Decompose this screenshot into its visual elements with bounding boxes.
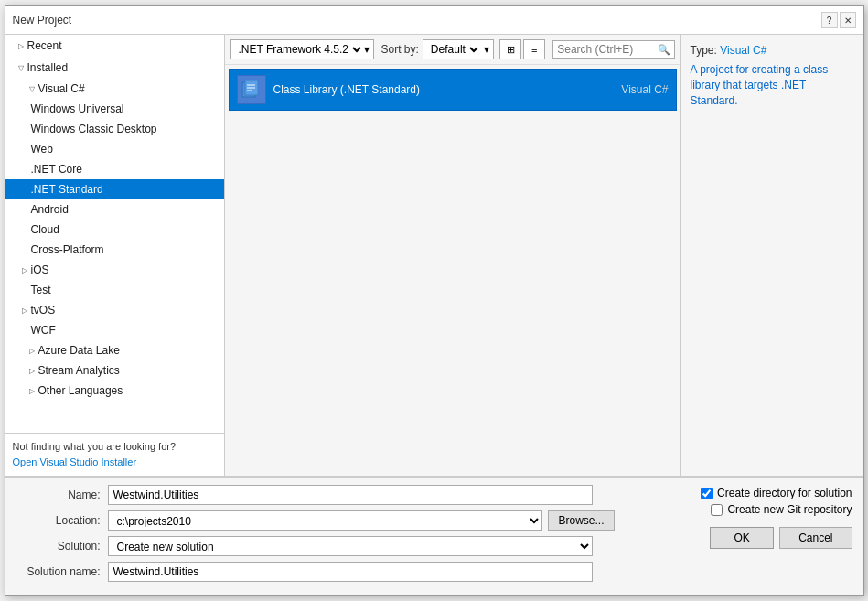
installed-label: Installed [27,61,69,74]
template-language: Visual C# [621,83,668,96]
tree-item-net-core[interactable]: .NET Core [5,159,224,179]
search-icon: 🔍 [658,44,670,56]
type-description: A project for creating a class library t… [691,62,854,108]
help-button[interactable]: ? [821,12,838,28]
tvos-label: tvOS [31,304,56,317]
net-standard-label: .NET Standard [31,183,103,196]
tree-item-cross-platform[interactable]: Cross-Platform [5,240,224,260]
form-left: Name: Location: c:\projects2010 Browse..… [16,485,615,587]
tree-item-visual-csharp[interactable]: ▽ Visual C# [5,79,224,99]
expand-icon-stream: ▷ [27,366,37,375]
ok-button[interactable]: OK [710,527,774,549]
tree-item-ios[interactable]: ▷ iOS [5,260,224,280]
expand-icon-azure: ▷ [27,346,37,355]
name-input[interactable] [108,485,593,505]
expand-icon-android [20,205,29,214]
title-bar-controls: ? ✕ [821,12,856,28]
grid-view-button[interactable]: ⊞ [499,39,521,59]
expand-icon-winuniversal [20,104,29,113]
close-button[interactable]: ✕ [840,12,856,28]
expand-icon-test [20,285,29,295]
expand-icon-netcore [20,165,29,174]
create-git-checkbox[interactable] [711,504,723,516]
toolbar: .NET Framework 4.5.2 ▾ Sort by: Default … [225,35,680,65]
expand-icon-other: ▷ [27,386,37,395]
tree-item-stream-analytics[interactable]: ▷ Stream Analytics [5,360,224,381]
tree-item-android[interactable]: Android [5,199,224,220]
solution-name-input[interactable] [108,562,593,582]
tree-item-web[interactable]: Web [5,139,224,159]
cross-platform-label: Cross-Platform [31,243,104,256]
create-git-label: Create new Git repository [727,503,852,516]
open-installer-link[interactable]: Open Visual Studio Installer [13,456,137,467]
tree-item-test[interactable]: Test [5,280,224,300]
type-label: Type: Visual C# [691,44,854,57]
not-finding-section: Not finding what you are looking for? Op… [5,433,224,476]
tree-item-wcf[interactable]: WCF [5,320,224,340]
tree-item-other-languages[interactable]: ▷ Other Languages [5,381,224,401]
visual-csharp-label: Visual C# [38,82,85,95]
dialog-body: ▷ Recent ▽ Installed ▽ [5,35,863,595]
template-list: Class Library (.NET Standard) Visual C# [225,65,680,476]
expand-icon-ios: ▷ [20,265,29,274]
tree-item-installed[interactable]: ▽ Installed [5,57,224,79]
expand-icon-netstandard [20,185,29,194]
expand-icon-web [20,145,29,154]
expand-icon-tvos: ▷ [20,306,29,315]
cancel-button[interactable]: Cancel [779,527,852,549]
location-select[interactable]: c:\projects2010 [108,510,543,531]
solution-row: Solution: Create new solution [16,536,615,556]
sort-dropdown[interactable]: Default ▾ [423,39,494,59]
tree-item-windows-classic[interactable]: Windows Classic Desktop [5,119,224,139]
form-section: Name: Location: c:\projects2010 Browse..… [16,485,852,587]
top-section: ▷ Recent ▽ Installed ▽ [5,35,863,477]
stream-label: Stream Analytics [38,364,120,377]
form-right: Create directory for solution Create new… [615,485,852,587]
template-icon [237,75,266,104]
tree-item-net-standard[interactable]: .NET Standard [5,179,224,199]
framework-select[interactable]: .NET Framework 4.5.2 [235,42,364,57]
tree-item-tvos[interactable]: ▷ tvOS [5,300,224,320]
right-options: Create directory for solution Create new… [624,485,852,520]
android-label: Android [31,203,69,216]
solution-name-label: Solution name: [16,565,108,578]
create-dir-label: Create directory for solution [717,487,852,499]
list-view-button[interactable]: ≡ [523,39,545,59]
tree-item-windows-universal[interactable]: Windows Universal [5,99,224,119]
tree-item-cloud[interactable]: Cloud [5,220,224,240]
windows-classic-label: Windows Classic Desktop [31,123,157,135]
sort-label: Sort by: [381,43,419,56]
title-bar: New Project ? ✕ [5,6,863,35]
tree-item-azure-data-lake[interactable]: ▷ Azure Data Lake [5,340,224,360]
dialog-title: New Project [13,14,72,27]
expand-icon-crossplatform [20,245,29,254]
solution-name-row: Solution name: [16,562,615,582]
right-panel: Type: Visual C# A project for creating a… [680,35,863,476]
name-label: Name: [16,488,108,501]
ios-label: iOS [31,263,49,276]
create-dir-checkbox[interactable] [701,488,713,499]
view-icons: ⊞ ≡ [499,39,545,59]
tree-scroll[interactable]: ▷ Recent ▽ Installed ▽ [5,35,224,433]
dialog-buttons: OK Cancel [624,527,852,549]
expand-icon-installed: ▽ [16,63,26,72]
browse-button[interactable]: Browse... [548,510,614,531]
solution-select[interactable]: Create new solution [108,536,593,556]
create-dir-row: Create directory for solution [701,487,852,499]
location-label: Location: [16,514,108,527]
recent-label: Recent [27,39,62,52]
framework-dropdown[interactable]: .NET Framework 4.5.2 ▾ [230,39,374,59]
type-value: Visual C# [720,44,766,57]
search-box[interactable]: 🔍 [552,40,674,59]
tree-item-recent[interactable]: ▷ Recent [5,35,224,57]
sort-select[interactable]: Default [427,42,481,57]
template-name: Class Library (.NET Standard) [273,83,622,96]
net-core-label: .NET Core [31,163,82,176]
azure-label: Azure Data Lake [38,344,120,357]
name-row: Name: [16,485,615,505]
template-item-class-library[interactable]: Class Library (.NET Standard) Visual C# [229,69,677,111]
sort-arrow-icon: ▾ [484,43,489,56]
other-label: Other Languages [38,384,123,397]
search-input[interactable] [557,43,657,56]
expand-icon-winclassic [20,124,29,134]
